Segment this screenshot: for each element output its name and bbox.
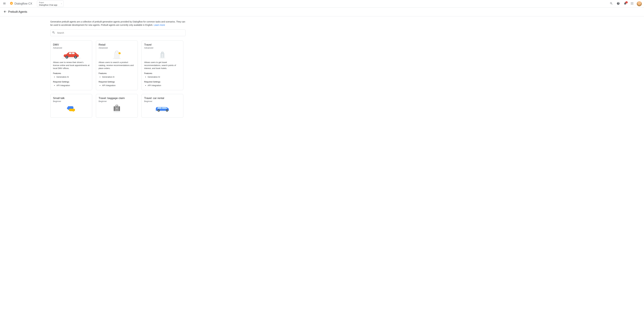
apps-grid-icon	[630, 2, 634, 5]
back-button[interactable]	[2, 9, 8, 15]
svg-rect-27	[163, 53, 164, 57]
chat-bubbles-icon	[53, 104, 90, 113]
required-settings-heading: Required Settings	[144, 81, 181, 83]
features-heading: Features	[144, 72, 181, 74]
search-box[interactable]	[50, 29, 186, 36]
main-menu-button[interactable]	[1, 1, 8, 7]
features-list: Generative AI	[53, 75, 90, 78]
top-bar-left: Dialogflow CX Project Dialogflow Chat ap…	[1, 0, 64, 7]
agent-title: Small talk	[53, 97, 90, 100]
agent-card-dmv[interactable]: DMV Advanced Allows user to renew their …	[50, 40, 92, 90]
agent-card-travel-car-rental[interactable]: Travel: car rental Beginner	[142, 94, 183, 118]
hamburger-icon	[3, 2, 6, 5]
google-apps-button[interactable]	[629, 1, 635, 7]
features-heading: Features	[53, 72, 90, 74]
account-button[interactable]	[636, 1, 642, 7]
svg-rect-26	[161, 53, 162, 57]
svg-point-9	[631, 4, 632, 4]
svg-rect-32	[116, 105, 118, 106]
agent-level: Advanced	[53, 47, 90, 49]
svg-point-28	[113, 111, 120, 112]
search-icon	[610, 2, 613, 5]
feature-item: Generative AI	[56, 76, 90, 78]
luggage-icon	[98, 104, 135, 113]
agent-level: Beginner	[98, 100, 135, 102]
arrow-back-icon	[3, 10, 7, 14]
project-selector-value: Dialogflow Chat app	[39, 4, 58, 6]
required-list: API Integration	[53, 84, 90, 87]
top-app-bar: Dialogflow CX Project Dialogflow Chat ap…	[0, 0, 644, 7]
agent-card-small-talk[interactable]: Small talk Beginner	[50, 94, 92, 118]
required-settings-heading: Required Settings	[53, 81, 90, 83]
search-input[interactable]	[55, 31, 184, 34]
features-list: Generative AI	[144, 75, 181, 78]
product-name: Dialogflow CX	[14, 2, 32, 5]
project-selector[interactable]: Project Dialogflow Chat app	[37, 0, 64, 7]
agent-title: Travel: baggage claim	[98, 97, 135, 100]
svg-point-10	[632, 4, 632, 4]
svg-point-3	[631, 2, 632, 3]
svg-point-6	[631, 3, 632, 3]
required-item: API Integration	[148, 84, 181, 87]
search-icon	[52, 31, 55, 35]
intro-block: Generative prebuilt agents are a collect…	[50, 20, 186, 27]
agent-card-retail[interactable]: Retail Advanced Allows users to search a…	[96, 40, 138, 90]
content-scroll[interactable]: Generative prebuilt agents are a collect…	[0, 16, 644, 324]
svg-point-33	[116, 108, 117, 109]
car-icon	[144, 104, 181, 113]
agent-level: Beginner	[144, 100, 181, 102]
top-bar-right: 1	[608, 1, 643, 7]
svg-point-7	[632, 3, 632, 3]
help-button[interactable]	[615, 1, 621, 7]
content-container: Generative prebuilt agents are a collect…	[50, 16, 186, 125]
feature-item: Generative AI	[102, 76, 135, 78]
learn-more-link[interactable]: Learn more	[154, 24, 165, 26]
svg-point-39	[167, 110, 168, 111]
dmv-car-icon	[53, 50, 90, 60]
shopping-bag-icon	[98, 50, 135, 60]
svg-rect-30	[114, 106, 114, 111]
required-list: API Integration	[98, 84, 135, 87]
agent-card-travel-baggage[interactable]: Travel: baggage claim Beginner	[96, 94, 138, 118]
required-settings-heading: Required Settings	[98, 81, 135, 83]
svg-point-11	[633, 4, 633, 4]
suitcase-icon	[144, 50, 181, 60]
svg-point-37	[158, 110, 159, 111]
svg-point-17	[66, 56, 68, 58]
required-item: API Integration	[102, 84, 135, 87]
agent-card-travel[interactable]: Travel Advanced Allows users to get trav…	[142, 40, 183, 90]
product-brand[interactable]: Dialogflow CX	[9, 1, 33, 6]
help-icon	[617, 2, 620, 5]
feature-item: Generative AI	[148, 76, 181, 78]
features-list: Generative AI	[98, 75, 135, 78]
user-avatar	[637, 1, 642, 6]
svg-rect-14	[69, 52, 72, 54]
required-item: API Integration	[56, 84, 90, 87]
svg-point-19	[75, 56, 76, 58]
chevron-down-icon	[61, 2, 62, 5]
search-button[interactable]	[608, 1, 614, 7]
svg-point-12	[61, 57, 81, 59]
agent-level: Advanced	[144, 47, 181, 49]
svg-rect-31	[119, 106, 120, 111]
agent-card-grid: DMV Advanced Allows user to renew their …	[50, 40, 186, 118]
agent-title: DMV	[53, 43, 90, 46]
notifications-wrap: 1	[622, 1, 628, 7]
features-heading: Features	[98, 72, 135, 74]
svg-rect-24	[160, 53, 164, 57]
agent-title: Retail	[98, 43, 135, 46]
agent-title: Travel	[144, 43, 181, 46]
svg-point-34	[117, 108, 118, 109]
required-list: API Integration	[144, 84, 181, 87]
agent-level: Beginner	[53, 100, 90, 102]
agent-title: Travel: car rental	[144, 97, 181, 100]
svg-point-4	[632, 2, 632, 3]
page-title: Prebuilt Agents	[8, 10, 27, 13]
intro-text: Generative prebuilt agents are a collect…	[50, 20, 185, 26]
agent-description: Allows users to get travel recommendatio…	[144, 61, 181, 70]
svg-rect-25	[162, 52, 163, 53]
agent-description: Allows users to search a product catalog…	[98, 61, 135, 70]
svg-point-5	[633, 2, 633, 3]
agent-description: Allows user to renew their driver's lice…	[53, 61, 90, 70]
project-selector-label: Project	[39, 2, 58, 3]
